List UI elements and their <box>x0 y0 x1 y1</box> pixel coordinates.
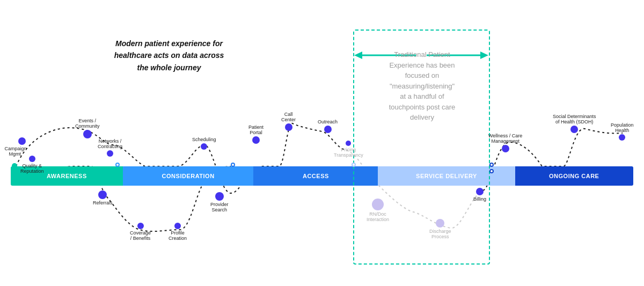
node-bar-dot-1 <box>115 163 120 167</box>
node-bar-dot-4 <box>489 163 494 167</box>
node-provider-search: ProviderSearch <box>210 192 229 212</box>
node-rn-doc-interaction: RN/DocInteraction <box>367 199 389 222</box>
node-pricing-transparency: PricingTransparency <box>334 141 363 158</box>
node-quality-reputation: Quality &Reputation <box>20 156 44 174</box>
node-bar-dot-2 <box>231 163 235 167</box>
wave-path-svg <box>0 0 644 286</box>
node-awareness-start <box>12 163 17 168</box>
node-sdoh: Social Determinantsof Health (SDOH) <box>553 114 596 133</box>
node-coverage-benefits: Coverage/ Benefits <box>130 223 151 241</box>
node-campaign-mgmt: CampaignMgmt. <box>12 137 32 157</box>
node-bar-dot-5 <box>489 169 494 173</box>
node-events-community: Events /Community <box>75 118 100 138</box>
node-networks-contracting: Networks /Contracting <box>98 138 122 157</box>
node-scheduling: Scheduling <box>192 137 216 150</box>
node-population-health: PopulationHealth <box>611 122 634 141</box>
node-billing: Billing <box>473 188 486 202</box>
modern-text-block: Modern patient experience for healthcare… <box>107 38 231 74</box>
node-call-center: CallCenter <box>281 112 296 131</box>
node-outreach: Outreach <box>318 119 338 133</box>
node-patient-portal: PatientPortal <box>248 124 264 144</box>
main-container: AWARENESS CONSIDERATION ACCESS SERVICE D… <box>0 0 644 286</box>
node-wellness-care-mgmt: Wellness / CareManagement <box>488 133 522 152</box>
traditional-text-block: Traditional Patient Experience has been … <box>354 33 490 123</box>
node-bar-dot-3 <box>352 163 356 167</box>
node-referrals: Referrals <box>93 190 113 206</box>
node-discharge-process: DischargeProcess <box>429 219 451 239</box>
segment-consideration: CONSIDERATION <box>123 166 254 186</box>
journey-bar: AWARENESS CONSIDERATION ACCESS SERVICE D… <box>11 166 633 186</box>
node-profile-creation: ProfileCreation <box>169 223 187 241</box>
segment-ongoing-care: ONGOING CARE <box>515 166 633 186</box>
